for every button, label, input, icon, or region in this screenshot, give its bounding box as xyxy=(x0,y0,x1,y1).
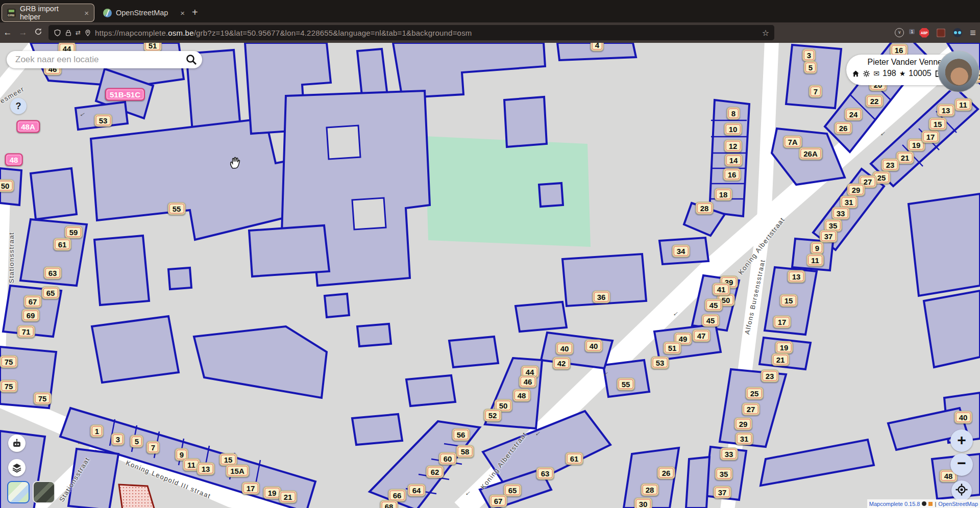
housenumber-badge[interactable]: 64 xyxy=(408,484,426,497)
extension-dark-icon[interactable] xyxy=(937,29,945,37)
housenumber-badge[interactable]: 9 xyxy=(811,242,824,255)
housenumber-badge[interactable]: 13 xyxy=(788,270,805,283)
housenumber-badge[interactable]: 61 xyxy=(566,452,583,465)
location-pin-icon[interactable] xyxy=(84,29,91,37)
tab-openstreetmap[interactable]: OpenStreetMap × xyxy=(98,4,190,21)
housenumber-badge[interactable]: 65 xyxy=(504,484,522,497)
housenumber-badge[interactable]: 3 xyxy=(111,433,125,446)
search-icon[interactable] xyxy=(186,54,197,65)
housenumber-badge[interactable]: 16 xyxy=(723,168,741,181)
housenumber-badge[interactable]: 48 xyxy=(5,154,23,166)
housenumber-badge[interactable]: 62 xyxy=(426,466,444,478)
housenumber-badge[interactable]: 37 xyxy=(820,230,838,243)
housenumber-badge[interactable]: 71 xyxy=(17,325,35,338)
housenumber-badge[interactable]: 65 xyxy=(42,287,60,299)
housenumber-badge[interactable]: 23 xyxy=(761,370,779,383)
housenumber-badge[interactable]: 40 xyxy=(556,342,574,355)
housenumber-badge[interactable]: 51B-51C xyxy=(105,88,145,101)
housenumber-badge[interactable]: 29 xyxy=(734,418,752,430)
housenumber-badge[interactable]: 61 xyxy=(54,238,71,251)
reload-button[interactable] xyxy=(31,28,46,38)
housenumber-badge[interactable]: 75 xyxy=(0,355,17,368)
housenumber-badge[interactable]: 28 xyxy=(641,484,659,496)
housenumber-badge[interactable]: 30 xyxy=(634,498,652,508)
housenumber-badge[interactable]: 19 xyxy=(263,487,281,499)
housenumber-badge[interactable]: 35 xyxy=(715,468,733,480)
housenumber-badge[interactable]: 13 xyxy=(937,104,955,117)
housenumber-badge[interactable]: 68 xyxy=(380,500,398,508)
housenumber-badge[interactable]: 36 xyxy=(593,291,610,303)
housenumber-badge[interactable]: 31 xyxy=(736,433,753,445)
housenumber-badge[interactable]: 3 xyxy=(802,49,816,62)
housenumber-badge[interactable]: 51 xyxy=(144,43,162,52)
permissions-icon[interactable]: ⇄ xyxy=(76,29,81,36)
help-button[interactable]: ? xyxy=(10,98,27,114)
housenumber-badge[interactable]: 8 xyxy=(727,107,740,120)
housenumber-badge[interactable]: 60 xyxy=(439,452,457,465)
housenumber-badge[interactable]: 33 xyxy=(720,448,738,461)
housenumber-badge[interactable]: 25 xyxy=(746,387,764,400)
back-button[interactable]: ← xyxy=(0,28,15,38)
housenumber-badge[interactable]: 12 xyxy=(724,140,742,153)
housenumber-badge[interactable]: 34 xyxy=(672,245,690,258)
tab-grb-import-helper[interactable]: GRB import helper × xyxy=(2,4,94,21)
search-input[interactable] xyxy=(14,54,186,65)
housenumber-badge[interactable]: 26 xyxy=(657,467,675,479)
housenumber-badge[interactable]: 40 xyxy=(585,340,603,352)
housenumber-badge[interactable]: 14 xyxy=(725,154,743,167)
housenumber-badge[interactable]: 75 xyxy=(0,380,17,393)
housenumber-badge[interactable]: 33 xyxy=(832,207,850,220)
housenumber-badge[interactable]: 75 xyxy=(34,392,52,405)
tab-close-icon[interactable]: × xyxy=(180,9,185,17)
menu-button[interactable]: ≡ xyxy=(970,27,976,39)
forward-button[interactable]: → xyxy=(15,28,31,38)
housenumber-badge[interactable]: 17 xyxy=(922,131,940,143)
housenumber-badge[interactable]: 13 xyxy=(197,463,215,475)
extension-mask-icon[interactable] xyxy=(953,28,962,37)
housenumber-badge[interactable]: 42 xyxy=(553,357,571,370)
url-bar[interactable]: ⇄ https://mapcomplete.osm.be/grb?z=19&la… xyxy=(48,25,774,40)
user-avatar[interactable] xyxy=(938,51,979,92)
bookmark-star-icon[interactable]: ☆ xyxy=(762,28,769,38)
housenumber-badge[interactable]: 18 xyxy=(715,188,732,201)
housenumber-badge[interactable]: 24 xyxy=(845,108,863,121)
housenumber-badge[interactable]: 37 xyxy=(714,486,731,499)
housenumber-badge[interactable]: 10 xyxy=(724,123,742,136)
housenumber-badge[interactable]: 11 xyxy=(954,98,972,111)
housenumber-badge[interactable]: 58 xyxy=(456,445,474,458)
housenumber-badge[interactable]: 1 xyxy=(90,425,104,438)
housenumber-badge[interactable]: 48A xyxy=(16,120,40,133)
housenumber-badge[interactable]: 67 xyxy=(24,295,42,308)
housenumber-badge[interactable]: 48 xyxy=(513,389,531,402)
housenumber-badge[interactable]: 26 xyxy=(835,122,852,135)
housenumber-badge[interactable]: 59 xyxy=(65,226,83,239)
housenumber-badge[interactable]: 56 xyxy=(452,428,470,441)
layers-button[interactable] xyxy=(8,459,26,476)
housenumber-badge[interactable]: 15A xyxy=(226,465,249,477)
housenumber-badge[interactable]: 50 xyxy=(0,180,14,192)
housenumber-badge[interactable]: 26A xyxy=(799,147,822,160)
tab-close-icon[interactable]: × xyxy=(84,9,89,17)
housenumber-badge[interactable]: 15 xyxy=(780,294,798,307)
housenumber-badge[interactable]: 55 xyxy=(617,378,635,391)
mapcomplete-version-link[interactable]: Mapcomplete 0.15.8 xyxy=(869,501,920,507)
adblock-plus-icon[interactable]: ABP xyxy=(919,28,929,38)
geolocate-button[interactable] xyxy=(951,480,972,501)
housenumber-badge[interactable]: 5 xyxy=(130,435,143,448)
housenumber-badge[interactable]: 5 xyxy=(804,61,817,74)
housenumber-badge[interactable]: 29 xyxy=(847,184,865,196)
map-viewport[interactable]: Koning AlbertstraatKoning AlbertstraatAl… xyxy=(0,43,980,508)
housenumber-badge[interactable]: 7 xyxy=(809,85,822,98)
housenumber-badge[interactable]: 22 xyxy=(866,95,884,108)
housenumber-badge[interactable]: 23 xyxy=(881,159,899,171)
housenumber-badge[interactable]: 69 xyxy=(22,309,40,322)
mail-icon[interactable]: ✉ xyxy=(873,69,879,78)
import-robot-button[interactable] xyxy=(8,435,26,452)
openstreetmap-link[interactable]: OpenStreetMap xyxy=(938,501,978,507)
home-icon[interactable] xyxy=(852,70,860,78)
background-layer-map-thumbnail[interactable] xyxy=(7,481,30,503)
housenumber-badge[interactable]: 7 xyxy=(146,441,160,454)
gear-icon[interactable] xyxy=(863,70,870,78)
housenumber-badge[interactable]: 21 xyxy=(772,353,790,366)
new-tab-button[interactable]: + xyxy=(192,5,198,19)
